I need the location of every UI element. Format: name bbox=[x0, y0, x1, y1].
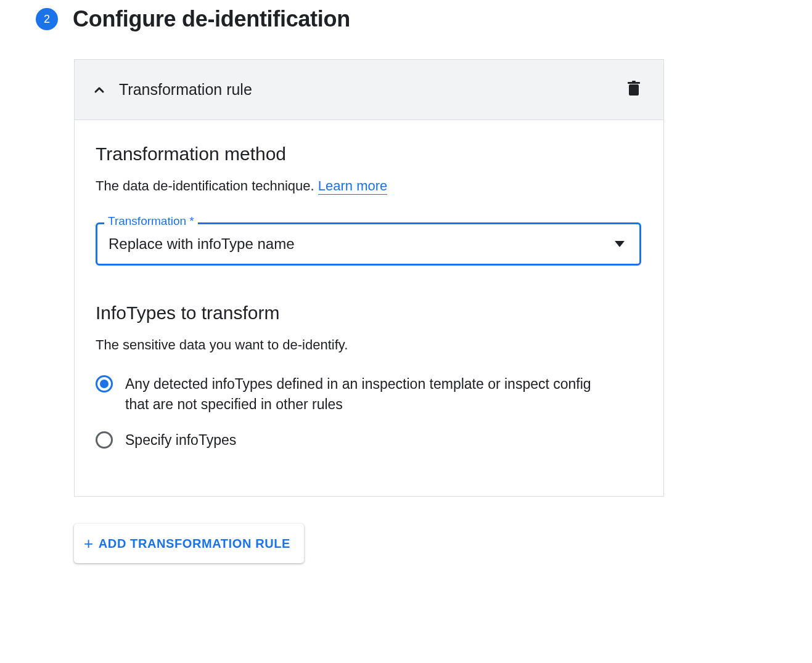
learn-more-link[interactable]: Learn more bbox=[318, 178, 388, 195]
transformation-select[interactable]: Transformation * Replace with infoType n… bbox=[96, 222, 641, 266]
step-header: 2 Configure de-identification bbox=[36, 6, 812, 32]
transformation-select-label: Transformation * bbox=[104, 214, 198, 228]
plus-icon: + bbox=[84, 535, 94, 551]
radio-specify-infotypes[interactable]: Specify infoTypes bbox=[96, 430, 642, 450]
infotypes-heading: InfoTypes to transform bbox=[96, 303, 642, 323]
dropdown-icon bbox=[615, 238, 625, 250]
radio-specify-label: Specify infoTypes bbox=[125, 430, 236, 450]
svg-rect-2 bbox=[632, 81, 636, 82]
radio-any-detected-label: Any detected infoTypes defined in an ins… bbox=[125, 374, 618, 415]
transformation-rule-card: Transformation rule Transformation metho… bbox=[74, 59, 664, 497]
card-body: Transformation method The data de-identi… bbox=[75, 120, 663, 496]
transformation-method-heading: Transformation method bbox=[96, 144, 642, 165]
transformation-select-box[interactable]: Replace with infoType name bbox=[96, 222, 641, 266]
svg-rect-1 bbox=[628, 82, 640, 84]
card-header[interactable]: Transformation rule bbox=[75, 60, 663, 120]
transformation-method-desc: The data de-identification technique. Le… bbox=[96, 178, 642, 194]
add-transformation-rule-button[interactable]: + ADD TRANSFORMATION RULE bbox=[74, 524, 304, 563]
infotypes-section: InfoTypes to transform The sensitive dat… bbox=[96, 303, 642, 450]
infotypes-desc: The sensitive data you want to de-identi… bbox=[96, 337, 642, 353]
page: 2 Configure de-identification Transforma… bbox=[0, 0, 812, 663]
radio-any-detected[interactable]: Any detected infoTypes defined in an ins… bbox=[96, 374, 642, 415]
transformation-select-value: Replace with infoType name bbox=[109, 235, 615, 253]
step-title: Configure de-identification bbox=[73, 6, 350, 32]
radio-button-unchecked-icon[interactable] bbox=[96, 431, 113, 449]
trash-icon bbox=[626, 81, 641, 99]
step-number-badge: 2 bbox=[36, 8, 58, 30]
step-number: 2 bbox=[44, 13, 50, 26]
collapse-icon[interactable] bbox=[92, 83, 107, 97]
svg-rect-0 bbox=[629, 84, 639, 96]
radio-button-checked-icon[interactable] bbox=[96, 375, 113, 393]
add-button-label: ADD TRANSFORMATION RULE bbox=[99, 537, 290, 551]
method-desc-text: The data de-identification technique. bbox=[96, 178, 314, 193]
infotypes-radio-group: Any detected infoTypes defined in an ins… bbox=[96, 374, 642, 450]
card-header-title: Transformation rule bbox=[119, 81, 621, 99]
delete-rule-button[interactable] bbox=[621, 76, 646, 104]
